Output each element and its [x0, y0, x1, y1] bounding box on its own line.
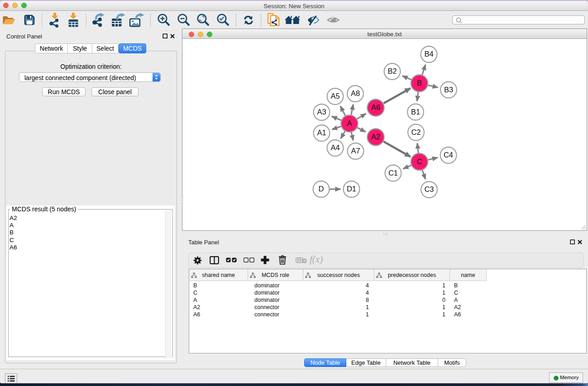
svg-text:D1: D1	[347, 185, 356, 193]
svg-text:C1: C1	[388, 169, 398, 177]
svg-text:A7: A7	[351, 147, 360, 155]
svg-text:B2: B2	[387, 67, 397, 75]
svg-text:A3: A3	[317, 108, 326, 116]
svg-text:A8: A8	[351, 89, 360, 97]
svg-text:D: D	[319, 185, 324, 193]
svg-text:C4: C4	[444, 151, 453, 159]
svg-text:C3: C3	[424, 185, 434, 193]
svg-text:A4: A4	[330, 143, 339, 152]
svg-text:C2: C2	[411, 128, 421, 136]
svg-text:B1: B1	[411, 108, 420, 116]
svg-text:A2: A2	[371, 133, 380, 141]
svg-text:A: A	[347, 119, 352, 127]
svg-text:C: C	[417, 157, 422, 166]
svg-text:B: B	[417, 79, 422, 87]
svg-text:A5: A5	[330, 92, 339, 100]
svg-text:A6: A6	[371, 103, 380, 111]
svg-text:B4: B4	[424, 50, 433, 58]
svg-text:B3: B3	[444, 86, 453, 94]
svg-text:A1: A1	[317, 129, 326, 137]
